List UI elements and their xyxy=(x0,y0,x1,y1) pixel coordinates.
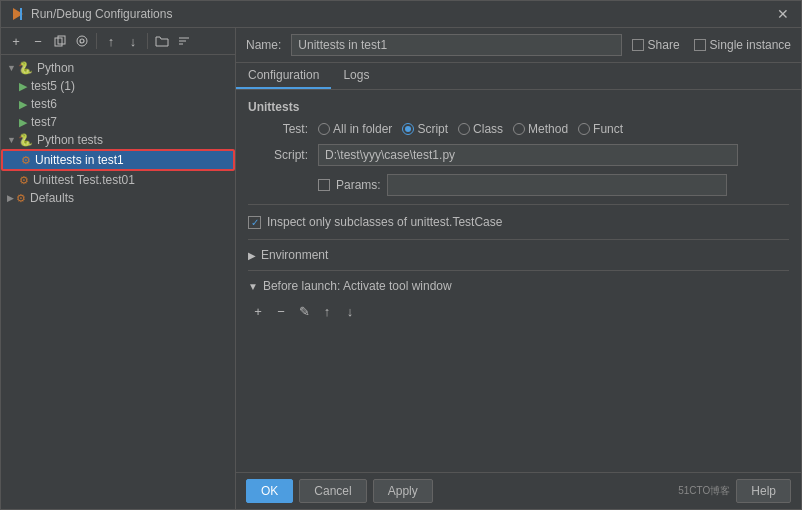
name-label: Name: xyxy=(246,38,281,52)
before-launch-header[interactable]: ▼ Before launch: Activate tool window xyxy=(248,279,789,293)
expand-icon-python-tests: ▼ xyxy=(7,135,16,145)
params-input[interactable] xyxy=(387,174,727,196)
tree-item-python-tests[interactable]: ▼ 🐍 Python tests xyxy=(1,131,235,149)
unittest-test01-label: Unittest Test.test01 xyxy=(33,173,135,187)
radio-function[interactable]: Funct xyxy=(578,122,623,136)
tab-logs-label: Logs xyxy=(343,68,369,82)
expand-icon-defaults: ▶ xyxy=(7,193,14,203)
python-group-label: Python xyxy=(37,61,74,75)
radio-all-in-folder[interactable]: All in folder xyxy=(318,122,392,136)
main-content: + − ↑ ↓ xyxy=(1,28,801,509)
help-button[interactable]: Help xyxy=(736,479,791,503)
title-bar-left: Run/Debug Configurations xyxy=(11,7,172,21)
unittests-section-title: Unittests xyxy=(248,100,789,114)
params-form-row: Params: xyxy=(248,174,789,196)
before-launch-down-btn[interactable]: ↓ xyxy=(340,301,360,321)
radio-script-label: Script xyxy=(417,122,448,136)
window-title: Run/Debug Configurations xyxy=(31,7,172,21)
tree-item-defaults[interactable]: ▶ ⚙ Defaults xyxy=(1,189,235,207)
settings-button[interactable] xyxy=(72,31,92,51)
unittests-test1-icon: ⚙ xyxy=(21,154,31,167)
tab-configuration-label: Configuration xyxy=(248,68,319,82)
tree-item-unittest-test01[interactable]: ⚙ Unittest Test.test01 xyxy=(1,171,235,189)
before-launch-toolbar: + − ✎ ↑ ↓ xyxy=(248,299,789,323)
config-area: Unittests Test: All in folder Script xyxy=(236,90,801,472)
folder-button[interactable] xyxy=(152,31,172,51)
radio-method-label: Method xyxy=(528,122,568,136)
radio-class-circle[interactable] xyxy=(458,123,470,135)
unittests-test1-label: Unittests in test1 xyxy=(35,153,124,167)
copy-button[interactable] xyxy=(50,31,70,51)
tree-item-unittests-test1[interactable]: ⚙ Unittests in test1 xyxy=(1,149,235,171)
radio-all-in-folder-circle[interactable] xyxy=(318,123,330,135)
environment-arrow: ▶ xyxy=(248,250,256,261)
script-label: Script: xyxy=(248,148,318,162)
test7-icon: ▶ xyxy=(19,116,27,129)
before-launch-arrow: ▼ xyxy=(248,281,258,292)
tree-item-test6[interactable]: ▶ test6 xyxy=(1,95,235,113)
left-toolbar: + − ↑ ↓ xyxy=(1,28,235,55)
watermark: 51CTO博客 xyxy=(678,484,730,498)
script-input[interactable] xyxy=(318,144,738,166)
before-launch-remove-btn[interactable]: − xyxy=(271,301,291,321)
inspect-checkbox[interactable]: ✓ xyxy=(248,216,261,229)
environment-section: ▶ Environment xyxy=(248,248,789,262)
divider-2 xyxy=(248,239,789,240)
close-icon[interactable]: ✕ xyxy=(777,7,791,21)
sort-button[interactable] xyxy=(174,31,194,51)
move-down-button[interactable]: ↓ xyxy=(123,31,143,51)
divider-1 xyxy=(248,204,789,205)
name-input[interactable] xyxy=(291,34,621,56)
divider-3 xyxy=(248,270,789,271)
toolbar-separator xyxy=(96,33,97,49)
python-tests-icon: 🐍 xyxy=(18,133,33,147)
tree-item-python[interactable]: ▼ 🐍 Python xyxy=(1,59,235,77)
python-tests-label: Python tests xyxy=(37,133,103,147)
share-checkbox[interactable] xyxy=(632,39,644,51)
move-up-button[interactable]: ↑ xyxy=(101,31,121,51)
before-launch-add-btn[interactable]: + xyxy=(248,301,268,321)
apply-button[interactable]: Apply xyxy=(373,479,433,503)
params-label: Params: xyxy=(336,178,381,192)
tab-logs[interactable]: Logs xyxy=(331,63,381,89)
defaults-label: Defaults xyxy=(30,191,74,205)
radio-all-in-folder-label: All in folder xyxy=(333,122,392,136)
title-bar: Run/Debug Configurations ✕ xyxy=(1,1,801,28)
svg-point-5 xyxy=(77,36,87,46)
tree-item-test5[interactable]: ▶ test5 (1) xyxy=(1,77,235,95)
tree-item-test7[interactable]: ▶ test7 xyxy=(1,113,235,131)
remove-button[interactable]: − xyxy=(28,31,48,51)
left-panel: + − ↑ ↓ xyxy=(1,28,236,509)
params-checkbox[interactable] xyxy=(318,179,330,191)
test-label: Test: xyxy=(248,122,318,136)
share-checkbox-label[interactable]: Share xyxy=(632,38,680,52)
radio-function-circle[interactable] xyxy=(578,123,590,135)
main-window: Run/Debug Configurations ✕ + − ↑ ↓ xyxy=(0,0,802,510)
radio-script[interactable]: Script xyxy=(402,122,448,136)
add-button[interactable]: + xyxy=(6,31,26,51)
config-tree: ▼ 🐍 Python ▶ test5 (1) ▶ test6 ▶ test7 xyxy=(1,55,235,509)
ok-button[interactable]: OK xyxy=(246,479,293,503)
script-form-row: Script: xyxy=(248,144,789,166)
right-panel: Name: Share Single instance Configurat xyxy=(236,28,801,509)
toolbar-separator-2 xyxy=(147,33,148,49)
test6-icon: ▶ xyxy=(19,98,27,111)
radio-method-circle[interactable] xyxy=(513,123,525,135)
radio-class[interactable]: Class xyxy=(458,122,503,136)
unittest-test01-icon: ⚙ xyxy=(19,174,29,187)
share-label: Share xyxy=(648,38,680,52)
run-debug-icon xyxy=(11,7,25,21)
radio-script-circle[interactable] xyxy=(402,123,414,135)
single-instance-checkbox[interactable] xyxy=(694,39,706,51)
before-launch-up-btn[interactable]: ↑ xyxy=(317,301,337,321)
test5-icon: ▶ xyxy=(19,80,27,93)
single-instance-checkbox-label[interactable]: Single instance xyxy=(694,38,791,52)
cancel-button[interactable]: Cancel xyxy=(299,479,366,503)
test5-label: test5 (1) xyxy=(31,79,75,93)
environment-header[interactable]: ▶ Environment xyxy=(248,248,789,262)
tab-configuration[interactable]: Configuration xyxy=(236,63,331,89)
before-launch-edit-btn[interactable]: ✎ xyxy=(294,301,314,321)
test6-label: test6 xyxy=(31,97,57,111)
radio-method[interactable]: Method xyxy=(513,122,568,136)
before-launch-section: ▼ Before launch: Activate tool window + … xyxy=(248,279,789,323)
